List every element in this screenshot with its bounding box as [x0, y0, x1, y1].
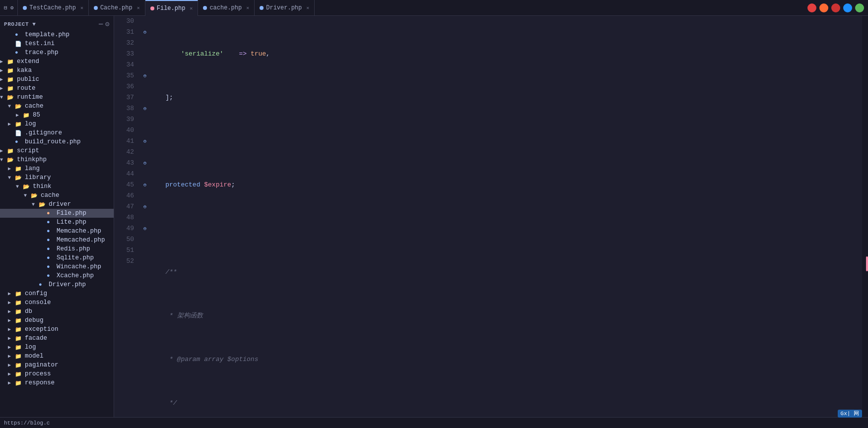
- tab-close-icon[interactable]: ✕: [190, 5, 193, 11]
- tab-label: TestCache.php: [29, 4, 76, 11]
- item-label: extend: [17, 58, 39, 65]
- tree-item-think[interactable]: ▼ 📂 think: [0, 182, 114, 191]
- item-label: build_route.php: [25, 138, 81, 145]
- tab-close-icon[interactable]: ✕: [137, 5, 140, 11]
- folder-icon: 📁: [15, 121, 23, 127]
- tree-item-log2[interactable]: ▶ 📁 log: [0, 343, 114, 352]
- folder-icon: 📂: [23, 183, 31, 190]
- folder-icon: 📁: [7, 148, 15, 154]
- tree-item-kaka[interactable]: ▶ 📁 kaka: [0, 66, 114, 75]
- arrow-icon: ▶: [8, 380, 15, 386]
- tree-item-driver[interactable]: ▼ 📂 driver: [0, 200, 114, 209]
- tree-item-lite[interactable]: ● Lite.php: [0, 218, 114, 227]
- folder-icon: 📁: [15, 317, 23, 324]
- item-label: model: [25, 353, 44, 360]
- tree-item-db[interactable]: ▶ 📁 db: [0, 307, 114, 316]
- file-icon: ●: [15, 139, 23, 145]
- tree-item-sqlite[interactable]: ● Sqlite.php: [0, 253, 114, 262]
- item-label: process: [25, 370, 51, 377]
- item-label: runtime: [17, 94, 43, 101]
- tree-item-memcached[interactable]: ● Memcached.php: [0, 236, 114, 245]
- tree-item-paginator[interactable]: ▶ 📁 paginator: [0, 361, 114, 369]
- tree-item-template[interactable]: ● template.php: [0, 30, 114, 39]
- item-label: log: [25, 121, 36, 127]
- item-label: route: [17, 85, 36, 92]
- file-icon: 📄: [15, 130, 23, 136]
- arrow-icon: ▶: [8, 121, 15, 127]
- browser-icon-chrome: [807, 3, 816, 12]
- tree-item-gitignore[interactable]: 📄 .gitignore: [0, 128, 114, 137]
- tree-item-model[interactable]: ▶ 📁 model: [0, 352, 114, 361]
- file-icon: ●: [47, 228, 55, 234]
- tab-bar: ⊟ ⚙ TestCache.php ✕ Cache.php ✕ File.php…: [0, 0, 868, 16]
- item-label: facade: [25, 335, 47, 342]
- tree-item-runtime[interactable]: ▼ 📂 runtime: [0, 93, 114, 102]
- status-url: https://blog.c: [4, 420, 50, 426]
- arrow-icon: ▶: [0, 67, 7, 73]
- item-label: script: [17, 147, 39, 154]
- tab-cache[interactable]: Cache.php ✕: [89, 0, 145, 16]
- tab-cache-php[interactable]: cache.php ✕: [198, 0, 255, 16]
- tree-item-console[interactable]: ▶ 📁 console: [0, 298, 114, 307]
- tree-item-trace[interactable]: ● trace.php: [0, 48, 114, 57]
- tree-item-file-php[interactable]: ● File.php: [0, 209, 114, 218]
- item-label: cache: [25, 103, 44, 110]
- tab-close-icon[interactable]: ✕: [306, 5, 309, 11]
- browser-icon-safari: [855, 3, 864, 12]
- arrow-icon: ▶: [0, 85, 7, 91]
- tab-driver[interactable]: Driver.php ✕: [255, 0, 315, 16]
- sidebar-collapse-icon[interactable]: —: [99, 20, 103, 28]
- tree-item-route[interactable]: ▶ 📁 route: [0, 84, 114, 93]
- sidebar-settings-icon[interactable]: ⚙: [105, 20, 110, 28]
- code-line-33: protected $expire;: [150, 180, 852, 190]
- item-label: lang: [25, 165, 40, 172]
- item-label: exception: [25, 326, 59, 333]
- tab-close-icon[interactable]: ✕: [246, 5, 249, 11]
- tree-item-process[interactable]: ▶ 📁 process: [0, 369, 114, 378]
- status-bar: https://blog.c: [0, 417, 868, 428]
- tree-item-xcache[interactable]: ● Xcache.php: [0, 271, 114, 280]
- folder-icon: 📁: [15, 335, 23, 342]
- tab-close-icon[interactable]: ✕: [80, 5, 83, 11]
- code-container[interactable]: 30 31 32 33 34 35 36 37 38 39 40 41 42 4…: [114, 16, 868, 417]
- tab-testcache[interactable]: TestCache.php ✕: [18, 0, 89, 16]
- watermark-badge: Gx| 网: [838, 410, 862, 418]
- tree-item-memcache[interactable]: ● Memcache.php: [0, 227, 114, 236]
- tree-item-redis[interactable]: ● Redis.php: [0, 245, 114, 253]
- tree-item-85[interactable]: ▶ 📁 85: [0, 111, 114, 120]
- item-label: Memcache.php: [57, 228, 101, 235]
- item-label: Driver.php: [49, 281, 86, 288]
- tab-file[interactable]: File.php ✕: [145, 0, 199, 16]
- tree-item-public[interactable]: ▶ 📁 public: [0, 75, 114, 84]
- tree-item-facade[interactable]: ▶ 📁 facade: [0, 334, 114, 343]
- tree-item-build-route[interactable]: ● build_route.php: [0, 137, 114, 146]
- sidebar-header-icons: — ⚙: [99, 20, 110, 28]
- tree-item-cache-folder[interactable]: ▼ 📂 cache: [0, 191, 114, 200]
- arrow-icon: ▶: [8, 344, 15, 350]
- tree-item-thinkphp[interactable]: ▼ 📂 thinkphp: [0, 155, 114, 164]
- tree-item-library[interactable]: ▼ 📂 library: [0, 173, 114, 182]
- tree-item-script[interactable]: ▶ 📁 script: [0, 146, 114, 155]
- tree-item-wincache[interactable]: ● Wincache.php: [0, 262, 114, 271]
- arrow-icon: ▶: [8, 308, 15, 314]
- arrow-icon: ▼: [24, 193, 31, 198]
- tree-item-debug[interactable]: ▶ 📁 debug: [0, 316, 114, 325]
- tree-item-testini[interactable]: 📄 test.ini: [0, 39, 114, 48]
- tree-item-response[interactable]: ▶ 📁 response: [0, 378, 114, 387]
- folder-icon: 📁: [15, 326, 23, 333]
- tree-item-extend[interactable]: ▶ 📁 extend: [0, 57, 114, 66]
- tab-label: File.php: [157, 5, 186, 12]
- tree-item-exception[interactable]: ▶ 📁 exception: [0, 325, 114, 334]
- right-scrollbar[interactable]: [862, 16, 868, 417]
- tree-item-cache[interactable]: ▼ 📂 cache: [0, 102, 114, 111]
- file-icon: ●: [47, 264, 55, 270]
- tree-item-log-runtime[interactable]: ▶ 📁 log: [0, 120, 114, 128]
- tree-item-lang[interactable]: ▶ 📁 lang: [0, 164, 114, 173]
- item-label: public: [17, 76, 39, 83]
- tree-item-config[interactable]: ▶ 📁 config: [0, 289, 114, 298]
- folder-icon: 📁: [7, 59, 15, 65]
- tree-item-driver-php[interactable]: ● Driver.php: [0, 280, 114, 289]
- file-icon: ●: [47, 219, 55, 225]
- gutter: ⊖ ⊖ ⊖ ⊖ ⊖ ⊖ ⊖ ⊖: [140, 16, 150, 417]
- arrow-icon: ▶: [8, 335, 15, 341]
